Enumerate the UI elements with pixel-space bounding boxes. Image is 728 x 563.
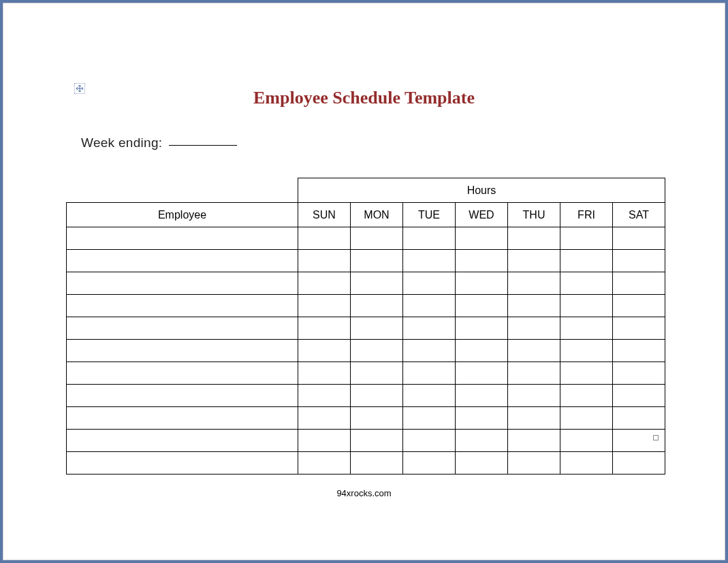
hours-cell[interactable] xyxy=(351,295,403,317)
table-resize-handle-icon[interactable] xyxy=(653,435,659,440)
hours-cell[interactable] xyxy=(456,295,508,317)
hours-cell[interactable] xyxy=(456,227,508,250)
hours-cell[interactable] xyxy=(613,317,665,340)
week-ending-field[interactable]: Week ending: xyxy=(81,135,684,150)
hours-cell[interactable] xyxy=(613,362,665,385)
week-ending-blank-line[interactable] xyxy=(169,145,237,146)
hours-cell[interactable] xyxy=(508,452,560,474)
employee-cell[interactable] xyxy=(67,340,298,362)
hours-cell[interactable] xyxy=(351,362,403,385)
day-header-sat: SAT xyxy=(613,203,665,227)
employee-cell[interactable] xyxy=(67,295,298,317)
hours-cell[interactable] xyxy=(560,317,613,340)
day-header-fri: FRI xyxy=(560,203,613,227)
hours-cell[interactable] xyxy=(508,317,560,340)
hours-cell[interactable] xyxy=(403,407,456,430)
hours-cell[interactable] xyxy=(613,452,665,474)
employee-cell[interactable] xyxy=(67,385,298,407)
hours-cell[interactable] xyxy=(351,407,403,430)
hours-cell[interactable] xyxy=(456,452,508,474)
hours-cell[interactable] xyxy=(403,340,456,362)
hours-cell[interactable] xyxy=(298,227,351,250)
document-page: Employee Schedule Template Week ending: … xyxy=(3,3,725,560)
hours-cell[interactable] xyxy=(298,340,351,362)
hours-cell[interactable] xyxy=(613,227,665,250)
hours-cell[interactable] xyxy=(298,452,351,474)
hours-cell[interactable] xyxy=(508,340,560,362)
hours-cell[interactable] xyxy=(351,272,403,295)
hours-cell[interactable] xyxy=(508,272,560,295)
hours-cell[interactable] xyxy=(403,452,456,474)
hours-cell[interactable] xyxy=(613,385,665,407)
day-header-sun: SUN xyxy=(298,203,351,227)
hours-cell[interactable] xyxy=(351,250,403,272)
hours-cell[interactable] xyxy=(508,227,560,250)
employee-cell[interactable] xyxy=(67,250,298,272)
employee-cell[interactable] xyxy=(67,272,298,295)
hours-cell[interactable] xyxy=(456,385,508,407)
hours-cell[interactable] xyxy=(560,407,613,430)
hours-cell[interactable] xyxy=(351,317,403,340)
hours-cell[interactable] xyxy=(508,362,560,385)
hours-cell[interactable] xyxy=(560,227,613,250)
hours-cell[interactable] xyxy=(560,272,613,295)
table-anchor-icon[interactable] xyxy=(74,83,85,94)
hours-cell[interactable] xyxy=(403,430,456,452)
hours-cell[interactable] xyxy=(403,385,456,407)
hours-cell[interactable] xyxy=(508,250,560,272)
hours-cell[interactable] xyxy=(613,430,665,452)
hours-cell[interactable] xyxy=(403,362,456,385)
hours-cell[interactable] xyxy=(560,295,613,317)
hours-cell[interactable] xyxy=(351,227,403,250)
employee-cell[interactable] xyxy=(67,452,298,474)
hours-cell[interactable] xyxy=(403,227,456,250)
employee-cell[interactable] xyxy=(67,317,298,340)
hours-cell[interactable] xyxy=(508,407,560,430)
employee-cell[interactable] xyxy=(67,227,298,250)
hours-cell[interactable] xyxy=(613,407,665,430)
hours-cell[interactable] xyxy=(351,452,403,474)
hours-cell[interactable] xyxy=(560,340,613,362)
hours-cell[interactable] xyxy=(456,407,508,430)
hours-cell[interactable] xyxy=(351,430,403,452)
hours-cell[interactable] xyxy=(560,385,613,407)
hours-cell[interactable] xyxy=(351,385,403,407)
hours-cell[interactable] xyxy=(351,340,403,362)
hours-cell[interactable] xyxy=(508,430,560,452)
hours-cell[interactable] xyxy=(403,272,456,295)
hours-cell[interactable] xyxy=(403,250,456,272)
hours-cell[interactable] xyxy=(508,295,560,317)
table-corner-blank xyxy=(67,178,298,203)
hours-cell[interactable] xyxy=(298,362,351,385)
hours-cell[interactable] xyxy=(298,385,351,407)
hours-cell[interactable] xyxy=(456,317,508,340)
hours-cell[interactable] xyxy=(456,340,508,362)
hours-cell[interactable] xyxy=(456,430,508,452)
employee-cell[interactable] xyxy=(67,430,298,452)
hours-cell[interactable] xyxy=(560,250,613,272)
hours-cell[interactable] xyxy=(298,250,351,272)
hours-cell[interactable] xyxy=(298,272,351,295)
employee-cell[interactable] xyxy=(67,362,298,385)
hours-cell[interactable] xyxy=(613,295,665,317)
hours-cell[interactable] xyxy=(560,430,613,452)
hours-cell[interactable] xyxy=(456,272,508,295)
schedule-table[interactable]: HoursEmployeeSUNMONTUEWEDTHUFRISAT xyxy=(66,178,665,474)
hours-cell[interactable] xyxy=(298,295,351,317)
hours-cell[interactable] xyxy=(298,407,351,430)
hours-cell[interactable] xyxy=(613,272,665,295)
footer-attribution: 94xrocks.com xyxy=(44,488,684,498)
hours-cell[interactable] xyxy=(613,340,665,362)
hours-cell[interactable] xyxy=(403,295,456,317)
hours-cell[interactable] xyxy=(298,317,351,340)
employee-cell[interactable] xyxy=(67,407,298,430)
hours-cell[interactable] xyxy=(298,430,351,452)
hours-cell[interactable] xyxy=(560,362,613,385)
hours-cell[interactable] xyxy=(508,385,560,407)
hours-cell[interactable] xyxy=(403,317,456,340)
employee-header: Employee xyxy=(67,203,298,227)
hours-cell[interactable] xyxy=(613,250,665,272)
hours-cell[interactable] xyxy=(456,250,508,272)
hours-cell[interactable] xyxy=(456,362,508,385)
hours-cell[interactable] xyxy=(560,452,613,474)
